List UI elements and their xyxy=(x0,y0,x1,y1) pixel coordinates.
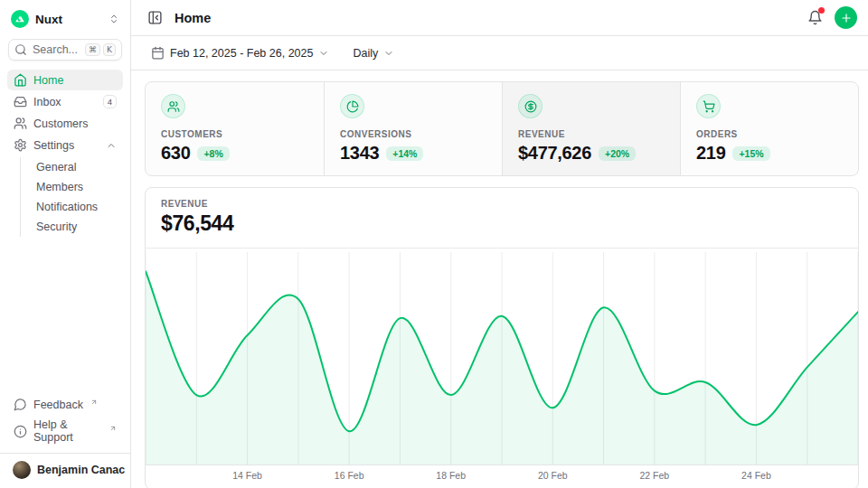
stats-panel: Customers 630 +8% Conversions 1343 +14% xyxy=(145,81,859,176)
user-name: Benjamin Canac xyxy=(37,464,125,476)
search-icon xyxy=(14,43,27,56)
kbd-cmd: ⌘ xyxy=(85,43,100,56)
stat-label: Conversions xyxy=(340,129,486,139)
stat-value: $477,626 xyxy=(518,143,591,164)
sidebar-item-general[interactable]: General xyxy=(21,157,123,177)
sidebar-footer: Feedback Help & Support Benjamin Canac xyxy=(7,394,123,481)
topbar: Home xyxy=(131,0,868,36)
nuxt-logo-icon xyxy=(11,10,29,28)
stat-card-orders[interactable]: Orders 219 +15% xyxy=(680,82,858,175)
x-axis-label: 24 Feb xyxy=(741,470,771,481)
content: Customers 630 +8% Conversions 1343 +14% xyxy=(131,70,868,488)
settings-sub-list: General Members Notifications Security xyxy=(20,157,123,237)
search-shortcut: ⌘ K xyxy=(85,43,116,56)
plus-icon xyxy=(840,12,853,24)
x-axis-label: 16 Feb xyxy=(335,470,364,481)
page-title: Home xyxy=(175,11,211,25)
inbox-icon xyxy=(14,95,27,108)
stat-card-conversions[interactable]: Conversions 1343 +14% xyxy=(324,82,502,175)
panel-left-close-icon xyxy=(147,10,163,25)
revenue-chart[interactable] xyxy=(146,249,858,465)
new-item-button[interactable] xyxy=(835,6,857,29)
main-area: Home Feb 12, 2025 - Feb 26, 2025 Daily xyxy=(131,0,868,488)
search-input[interactable]: Search... ⌘ K xyxy=(8,39,122,61)
sidebar-item-notifications[interactable]: Notifications xyxy=(21,197,123,217)
workspace-switcher[interactable]: Nuxt xyxy=(7,7,123,31)
chevrons-up-down-icon xyxy=(108,14,119,24)
stat-card-customers[interactable]: Customers 630 +8% xyxy=(146,82,324,175)
stat-label: Revenue xyxy=(518,129,665,139)
circle-dollar-icon xyxy=(518,94,542,118)
sidebar-item-customers[interactable]: Customers xyxy=(7,113,123,134)
footer-link-label: Help & Support xyxy=(33,418,102,444)
chart-body: 14 Feb16 Feb18 Feb20 Feb22 Feb24 Feb xyxy=(146,249,858,488)
stat-value: 1343 xyxy=(340,143,379,164)
x-axis-label: 22 Feb xyxy=(639,470,669,481)
house-icon xyxy=(14,73,27,87)
sub-item-label: Members xyxy=(36,181,83,193)
granularity-select[interactable]: Daily xyxy=(347,43,400,63)
kbd-k: K xyxy=(103,43,116,56)
sidebar-nav: Home Inbox 4 Customers Settings General … xyxy=(7,70,123,238)
sidebar-item-security[interactable]: Security xyxy=(21,217,123,237)
sidebar-item-label: Home xyxy=(33,74,63,87)
filter-toolbar: Feb 12, 2025 - Feb 26, 2025 Daily xyxy=(131,36,868,70)
sidebar-item-label: Inbox xyxy=(33,96,61,108)
sidebar: Nuxt Search... ⌘ K Home Inbox 4 Cu xyxy=(0,0,131,488)
stat-value: 630 xyxy=(161,143,190,164)
help-support-link[interactable]: Help & Support xyxy=(7,415,123,447)
sidebar-item-settings[interactable]: Settings xyxy=(7,135,123,155)
stat-label: Orders xyxy=(696,129,843,139)
feedback-link[interactable]: Feedback xyxy=(7,394,123,415)
stat-value: 219 xyxy=(696,143,725,164)
sidebar-collapse-button[interactable] xyxy=(145,7,165,28)
info-circle-icon xyxy=(14,425,27,438)
stat-delta-badge: +20% xyxy=(599,146,636,161)
sub-item-label: Security xyxy=(36,221,77,233)
sidebar-item-members[interactable]: Members xyxy=(21,177,123,197)
date-range-label: Feb 12, 2025 - Feb 26, 2025 xyxy=(170,47,313,60)
avatar xyxy=(13,461,31,479)
users-icon xyxy=(161,94,185,118)
sub-item-label: Notifications xyxy=(36,201,98,213)
pie-chart-icon xyxy=(340,94,364,118)
message-bubble-icon xyxy=(14,398,27,411)
notifications-button[interactable] xyxy=(805,7,826,28)
chart-current-value: $76,544 xyxy=(161,211,843,236)
stat-delta-badge: +15% xyxy=(732,146,769,161)
sidebar-item-home[interactable]: Home xyxy=(7,70,123,90)
external-link-icon xyxy=(109,425,117,432)
x-axis: 14 Feb16 Feb18 Feb20 Feb22 Feb24 Feb xyxy=(146,465,858,488)
calendar-icon xyxy=(151,46,165,60)
chevron-down-icon xyxy=(383,48,394,59)
sub-item-label: General xyxy=(36,161,76,174)
user-menu[interactable]: Benjamin Canac xyxy=(0,453,130,481)
revenue-chart-panel: Revenue $76,544 14 Feb16 Feb18 Feb20 Feb… xyxy=(145,187,859,488)
date-range-picker[interactable]: Feb 12, 2025 - Feb 26, 2025 xyxy=(146,42,335,63)
gear-icon xyxy=(14,138,27,152)
dashboard-app: Nuxt Search... ⌘ K Home Inbox 4 Cu xyxy=(0,0,868,488)
brand-name: Nuxt xyxy=(35,13,62,26)
x-axis-label: 14 Feb xyxy=(232,470,262,481)
sidebar-item-label: Customers xyxy=(33,117,88,130)
chevron-down-icon xyxy=(318,48,329,59)
stat-delta-badge: +8% xyxy=(197,146,229,161)
inbox-count-badge: 4 xyxy=(103,95,117,108)
granularity-label: Daily xyxy=(353,47,378,60)
search-placeholder: Search... xyxy=(33,43,78,56)
stat-card-revenue[interactable]: Revenue $477,626 +20% xyxy=(502,82,680,175)
sidebar-item-label: Settings xyxy=(33,139,74,152)
x-axis-label: 18 Feb xyxy=(436,470,466,481)
chart-header: Revenue $76,544 xyxy=(146,188,858,249)
footer-link-label: Feedback xyxy=(33,399,83,411)
chart-title: Revenue xyxy=(161,199,843,209)
notification-dot xyxy=(818,7,825,14)
sidebar-item-inbox[interactable]: Inbox 4 xyxy=(7,91,123,112)
users-icon xyxy=(14,117,27,130)
chevron-up-icon xyxy=(106,140,117,151)
shopping-cart-icon xyxy=(696,94,721,118)
stat-delta-badge: +14% xyxy=(386,146,423,161)
external-link-icon xyxy=(90,399,98,406)
stat-label: Customers xyxy=(161,129,308,139)
x-axis-label: 20 Feb xyxy=(538,470,568,481)
